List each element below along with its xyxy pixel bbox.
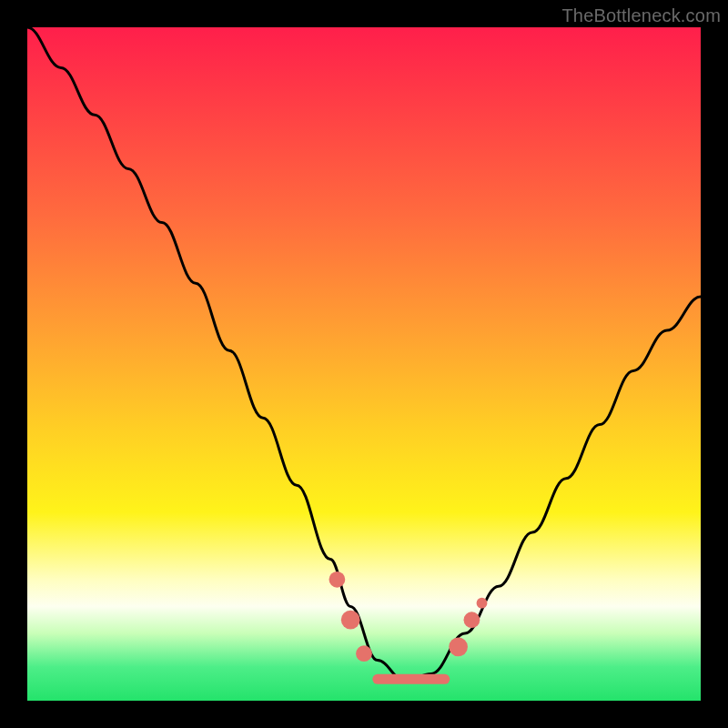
chart-svg [27,27,701,701]
watermark-text: TheBottleneck.com [561,5,721,26]
valley-marker-dot [341,611,360,630]
valley-marker-dot [477,598,488,609]
left-descending-curve [27,27,404,681]
chart-frame: TheBottleneck.com [0,0,728,728]
valley-marker-dot [449,637,468,656]
valley-markers [329,571,488,662]
valley-marker-dot [329,571,346,588]
plot-area [27,27,701,701]
valley-marker-dot [464,612,480,628]
right-ascending-curve [404,297,701,681]
valley-marker-dot [356,645,372,662]
